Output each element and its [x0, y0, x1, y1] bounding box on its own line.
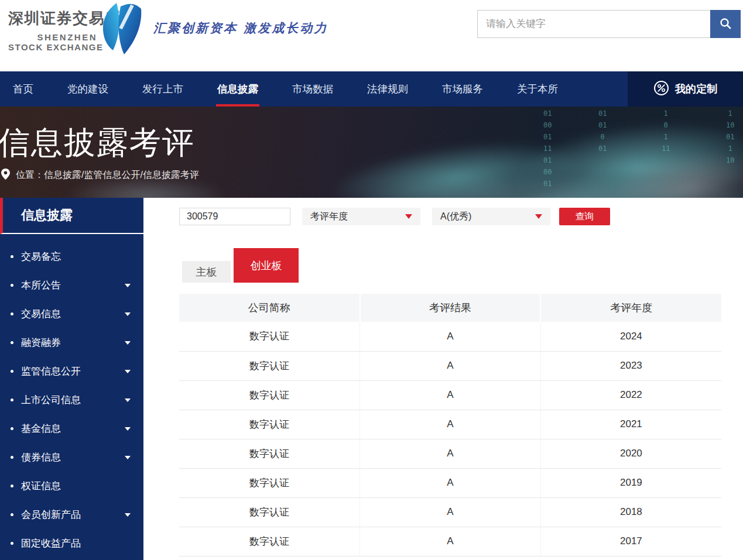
chevron-down-icon: [405, 214, 412, 219]
table-cell: 2020: [540, 439, 721, 468]
binary-decoration: 01 00 01 11 01 00 01: [543, 108, 552, 190]
sidebar-item-label: 基金信息: [21, 422, 61, 435]
table-row: 数字认证A2020: [179, 439, 721, 468]
table-cell: A: [360, 497, 541, 527]
nav-item-link[interactable]: 法律规则: [357, 71, 419, 106]
site-logo[interactable]: 深圳证券交易所 SHENZHEN STOCK EXCHANGE: [8, 8, 97, 52]
sidebar-item[interactable]: 交易备忘: [0, 242, 143, 271]
binary-decoration: 1 10 01 1 10: [726, 108, 734, 166]
banner-wave-decoration: [505, 111, 743, 198]
nav-item-label: 发行上市: [142, 82, 183, 96]
nav-item-link[interactable]: 首页: [2, 71, 44, 106]
main-content: 考评年度 A(优秀) 查询 主板创业板 公司简称考评结果考评年度 数字认证A20…: [157, 199, 743, 560]
nav-item-label: 法律规则: [367, 82, 408, 96]
sidebar-item-label: 交易备忘: [21, 250, 61, 263]
sidebar-item-label: 会员创新产品: [21, 508, 81, 521]
tab-active[interactable]: 创业板: [234, 248, 299, 283]
bullet-icon: [11, 542, 13, 545]
nav-item-active[interactable]: 信息披露: [207, 71, 269, 106]
table-cell: A: [360, 322, 541, 351]
nav-item-label: 关于本所: [517, 82, 558, 96]
sidebar-section-title[interactable]: 信息披露: [0, 198, 143, 234]
table-cell: A: [360, 468, 541, 497]
sidebar-item-label: 权证信息: [21, 479, 61, 493]
result-select[interactable]: A(优秀): [432, 208, 550, 225]
breadcrumb-text: 位置：信息披露/监管信息公开/信息披露考评: [16, 169, 199, 181]
bullet-icon: [11, 312, 13, 315]
stock-code-input[interactable]: [179, 208, 290, 225]
table-cell: 数字认证: [179, 497, 360, 527]
nav-item-link[interactable]: 市场数据: [282, 71, 344, 106]
query-button[interactable]: 查询: [559, 208, 610, 225]
sidebar-item-label: 本所公告: [21, 279, 61, 292]
sidebar-item-label: 债券信息: [21, 451, 61, 464]
table-row: 数字认证A2017: [179, 527, 721, 556]
table-row: 数字认证A2024: [179, 322, 721, 351]
site-search: [477, 10, 741, 38]
bullet-icon: [11, 513, 13, 516]
result-select-value: A(优秀): [440, 211, 471, 223]
table-row: 数字认证A2022: [179, 380, 721, 410]
chevron-down-icon: [125, 427, 131, 431]
sidebar-item[interactable]: 权证信息: [0, 472, 143, 500]
page: 深圳证券交易所 SHENZHEN STOCK EXCHANGE 汇聚创新资本 激: [0, 0, 743, 560]
table-cell: 数字认证: [179, 527, 360, 556]
table-cell: 数字认证: [179, 380, 360, 410]
nav-item-link[interactable]: 关于本所: [506, 71, 569, 106]
chevron-down-icon: [125, 341, 131, 345]
search-button[interactable]: [710, 10, 741, 38]
sidebar-item[interactable]: 固定收益产品: [0, 529, 143, 558]
table-row: 数字认证A2023: [179, 351, 721, 380]
table-cell: A: [360, 527, 541, 556]
sidebar-item-label: 融资融券: [21, 336, 61, 349]
sidebar-item-label: 固定收益产品: [21, 537, 81, 550]
year-select-value: 考评年度: [310, 211, 348, 223]
sidebar-item[interactable]: 会员创新产品: [0, 500, 143, 529]
nav-item-label: 市场数据: [292, 82, 333, 96]
table-header-cell: 公司简称: [179, 294, 360, 322]
sidebar-item[interactable]: 基金信息: [0, 414, 143, 443]
page-title: 信息披露考评: [0, 122, 195, 164]
table-cell: 2023: [540, 351, 721, 380]
chevron-down-icon: [125, 513, 131, 517]
results-table: 公司简称考评结果考评年度 数字认证A2024数字认证A2023数字认证A2022…: [179, 294, 721, 556]
sidebar-item[interactable]: 债券信息: [0, 443, 143, 472]
nav-item-link[interactable]: 市场服务: [432, 71, 494, 106]
chevron-down-icon: [535, 214, 542, 219]
table-cell: 2017: [540, 527, 721, 556]
page-banner: 01 00 01 11 01 00 0101 01 0 011 0 1 111 …: [0, 106, 743, 198]
my-custom-icon: [653, 80, 669, 98]
table-cell: A: [360, 439, 541, 468]
search-input[interactable]: [477, 10, 710, 38]
bullet-icon: [11, 456, 13, 459]
sidebar-item[interactable]: 上市公司信息: [0, 386, 143, 414]
sidebar: 信息披露 交易备忘本所公告交易信息融资融券监管信息公开上市公司信息基金信息债券信…: [0, 198, 143, 560]
logo-en-line1: SHENZHEN: [8, 32, 97, 42]
table-cell: 2021: [540, 410, 721, 439]
chevron-down-icon: [125, 370, 131, 373]
nav-item-label: 党的建设: [67, 82, 108, 96]
breadcrumb[interactable]: 位置：信息披露/监管信息公开/信息披露考评: [1, 169, 199, 182]
sidebar-item[interactable]: 融资融券: [0, 328, 143, 357]
logo-en-line2: STOCK EXCHANGE: [8, 42, 97, 52]
sidebar-item[interactable]: 本所公告: [0, 271, 143, 300]
chevron-down-icon: [125, 312, 131, 316]
sidebar-item-label: 交易信息: [21, 307, 61, 321]
sidebar-item[interactable]: 交易信息: [0, 300, 143, 328]
table-header-cell: 考评结果: [360, 294, 541, 322]
table-cell: 数字认证: [179, 468, 360, 497]
bullet-icon: [11, 284, 13, 287]
chevron-down-icon: [125, 284, 131, 287]
year-select[interactable]: 考评年度: [302, 208, 420, 225]
nav-item-my-custom[interactable]: 我的定制: [628, 71, 743, 106]
nav-item-link[interactable]: 党的建设: [57, 71, 119, 106]
location-pin-icon: [1, 169, 10, 182]
nav-item-label: 信息披露: [217, 82, 258, 96]
table-cell: A: [360, 380, 541, 410]
sidebar-item[interactable]: 监管信息公开: [0, 357, 143, 386]
table-cell: 2018: [540, 497, 721, 527]
bullet-icon: [11, 398, 13, 401]
table-cell: 数字认证: [179, 410, 360, 439]
nav-item-link[interactable]: 发行上市: [132, 71, 194, 106]
tab-inactive[interactable]: 主板: [182, 261, 231, 283]
